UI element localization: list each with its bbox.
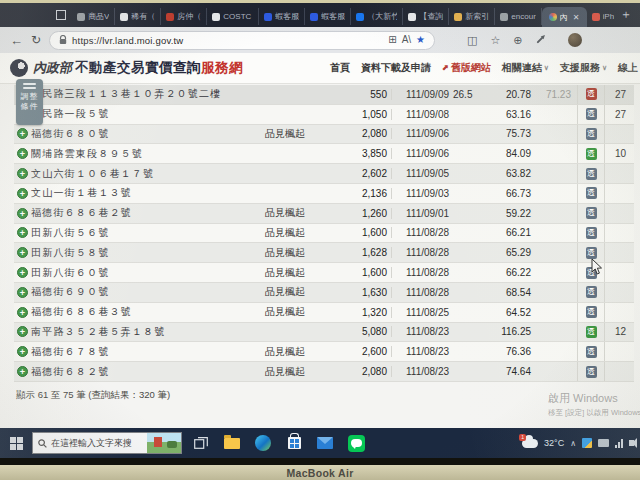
- address-cell[interactable]: 田新八街５６號: [31, 226, 265, 240]
- expand-plus-icon[interactable]: +: [17, 287, 28, 298]
- property-type-badge-icon[interactable]: 透: [586, 108, 597, 120]
- table-row[interactable]: + 福德街６８６巷２號 品見楓起 1,260 111/09/01 59.22 透: [14, 204, 634, 224]
- address-cell[interactable]: 福德街６７８號: [31, 345, 265, 359]
- table-row[interactable]: + 關埔路雲東段８９５號 3,850 111/09/06 84.09 透 10: [14, 144, 634, 164]
- workspaces-icon[interactable]: ⊞: [388, 35, 396, 45]
- browser-tab[interactable]: iPhone: [587, 8, 614, 25]
- expand-plus-icon[interactable]: +: [17, 227, 28, 238]
- expand-plus-icon[interactable]: +: [17, 148, 28, 159]
- expand-plus-icon[interactable]: +: [17, 208, 28, 219]
- browser-tab[interactable]: 【查詢: [403, 8, 449, 25]
- browser-tab[interactable]: 蝦客服: [305, 8, 351, 25]
- address-cell[interactable]: 關埔路雲東段８９５號: [31, 147, 265, 161]
- speaker-icon[interactable]: [629, 440, 634, 446]
- temperature-label[interactable]: 32°C: [544, 438, 564, 448]
- address-cell[interactable]: 福德街６８６巷２號: [31, 206, 265, 220]
- table-row[interactable]: + 福德街６８６巷３號 品見楓起 1,320 111/08/25 64.52 透: [14, 303, 634, 323]
- tab-close-icon[interactable]: ✕: [573, 13, 580, 22]
- task-view-button[interactable]: [189, 431, 213, 455]
- property-type-badge-icon[interactable]: 透: [586, 128, 597, 140]
- table-row[interactable]: + 福德街６８２號 品見楓起 2,080 111/08/23 74.64 透: [14, 362, 634, 382]
- tab-active[interactable]: 內✕: [542, 7, 587, 27]
- browser-tab[interactable]: 商品V: [72, 8, 115, 25]
- table-row[interactable]: + 文山一街１巷１３號 2,136 111/09/03 66.73 透: [14, 184, 634, 204]
- nav-item[interactable]: 支援服務∨: [560, 61, 607, 75]
- web-capture-icon[interactable]: [536, 36, 543, 43]
- show-hidden-icons-chevron[interactable]: ∧: [570, 439, 576, 448]
- new-tab-button[interactable]: ＋: [620, 6, 632, 23]
- address-cell[interactable]: 義民路一段５號: [31, 107, 265, 121]
- file-explorer-button[interactable]: [220, 431, 244, 455]
- address-bar[interactable]: https://lvr.land.moi.gov.tw ⊞ A\ ★: [49, 31, 435, 50]
- adjust-conditions-tab[interactable]: 調整 條件: [16, 79, 43, 125]
- expand-plus-icon[interactable]: +: [17, 326, 28, 337]
- refresh-icon[interactable]: ↻: [31, 34, 41, 46]
- property-type-badge-icon[interactable]: 透: [586, 168, 597, 180]
- property-type-badge-icon[interactable]: 透: [586, 207, 597, 219]
- extensions-icon[interactable]: ⊕: [513, 35, 522, 46]
- table-row[interactable]: + 福德街６８０號 品見楓起 2,080 111/09/06 75.73 透: [14, 125, 634, 145]
- property-type-badge-icon[interactable]: 透: [586, 88, 597, 100]
- read-aloud-icon[interactable]: A\: [402, 35, 411, 45]
- tray-app-icon[interactable]: [582, 438, 592, 448]
- microsoft-store-button[interactable]: [282, 431, 306, 455]
- address-cell[interactable]: 福德街６８６巷３號: [31, 305, 265, 319]
- table-row[interactable]: + 田新八街６０號 品見楓起 1,600 111/08/28 66.22 透: [14, 263, 634, 283]
- property-type-badge-icon[interactable]: 透: [586, 227, 597, 239]
- table-row[interactable]: + 文山六街１０６巷１７號 2,602 111/09/05 63.82 透: [14, 164, 634, 184]
- address-cell[interactable]: 田新八街５８號: [31, 246, 265, 260]
- expand-plus-icon[interactable]: +: [17, 307, 28, 318]
- expand-plus-icon[interactable]: +: [17, 247, 28, 258]
- table-row[interactable]: + 義民路一段５號 1,050 111/09/08 63.16 透 27: [14, 105, 634, 125]
- table-row[interactable]: + 田新八街５６號 品見楓起 1,600 111/08/28 66.21 透: [14, 224, 634, 244]
- property-type-badge-icon[interactable]: 透: [586, 148, 597, 160]
- property-type-badge-icon[interactable]: 透: [586, 366, 597, 378]
- address-cell[interactable]: 田新八街６０號: [31, 266, 265, 280]
- nav-item[interactable]: 資料下載及申請: [361, 61, 431, 75]
- table-row[interactable]: + 福德街６９０號 品見楓起 1,630 111/08/28 68.54 透: [14, 283, 634, 303]
- collections-icon[interactable]: ☆: [490, 35, 500, 46]
- taskbar-search-box[interactable]: 在這裡輸入文字來搜: [32, 432, 182, 454]
- nav-item[interactable]: 線上: [618, 61, 638, 75]
- table-row[interactable]: + 南平路３５２巷５弄１８號 5,080 111/08/23 116.25 透 …: [14, 323, 634, 343]
- address-cell[interactable]: 福德街６８０號: [31, 127, 265, 141]
- browser-tab[interactable]: COSTC（: [207, 8, 259, 25]
- mail-button[interactable]: [313, 431, 337, 455]
- browser-tab[interactable]: 蝦客服: [259, 8, 305, 25]
- url-text[interactable]: https://lvr.land.moi.gov.tw: [72, 35, 383, 46]
- expand-plus-icon[interactable]: +: [17, 346, 28, 357]
- property-type-badge-icon[interactable]: 透: [586, 346, 597, 358]
- address-cell[interactable]: 文山一街１巷１３號: [31, 186, 265, 200]
- expand-plus-icon[interactable]: +: [17, 168, 28, 179]
- tray-drive-icon[interactable]: [598, 439, 609, 447]
- browser-tab[interactable]: 房仲（: [161, 8, 207, 25]
- expand-plus-icon[interactable]: +: [17, 267, 28, 278]
- address-cell[interactable]: 義民路三段１１３巷１０弄２０號二樓: [31, 87, 265, 101]
- expand-plus-icon[interactable]: +: [17, 366, 28, 377]
- address-cell[interactable]: 文山六街１０６巷１７號: [31, 167, 265, 181]
- split-screen-icon[interactable]: ◫: [467, 35, 477, 46]
- property-type-badge-icon[interactable]: 透: [586, 187, 597, 199]
- nav-item[interactable]: 首頁: [330, 61, 350, 75]
- address-cell[interactable]: 福德街６９０號: [31, 285, 265, 299]
- table-row[interactable]: + 義民路三段１１３巷１０弄２０號二樓 550 111/09/09 26.5 2…: [14, 85, 634, 105]
- table-row[interactable]: + 福德街６７８號 品見楓起 2,600 111/08/23 76.36 透: [14, 342, 634, 362]
- line-app-button[interactable]: [344, 431, 368, 455]
- nav-item[interactable]: 相關連結∨: [502, 61, 549, 75]
- property-type-badge-icon[interactable]: 透: [586, 286, 597, 298]
- browser-tab[interactable]: 稀有（: [115, 8, 161, 25]
- property-type-badge-icon[interactable]: 透: [586, 247, 597, 259]
- search-highlight-illustration[interactable]: [147, 433, 181, 453]
- property-type-badge-icon[interactable]: 透: [586, 306, 597, 318]
- window-icon[interactable]: [56, 10, 66, 20]
- start-button[interactable]: [0, 437, 32, 450]
- nav-item[interactable]: ⬈舊版網站: [442, 61, 491, 75]
- expand-plus-icon[interactable]: +: [17, 128, 28, 139]
- address-cell[interactable]: 南平路３５２巷５弄１８號: [31, 325, 265, 339]
- profile-avatar[interactable]: [568, 33, 582, 47]
- browser-tab[interactable]: （大新竹: [351, 8, 403, 25]
- expand-plus-icon[interactable]: +: [17, 188, 28, 199]
- table-row[interactable]: + 田新八街５８號 品見楓起 1,628 111/08/28 65.29 透: [14, 243, 634, 263]
- address-cell[interactable]: 福德街６８２號: [31, 365, 265, 379]
- network-signal-icon[interactable]: [615, 439, 623, 448]
